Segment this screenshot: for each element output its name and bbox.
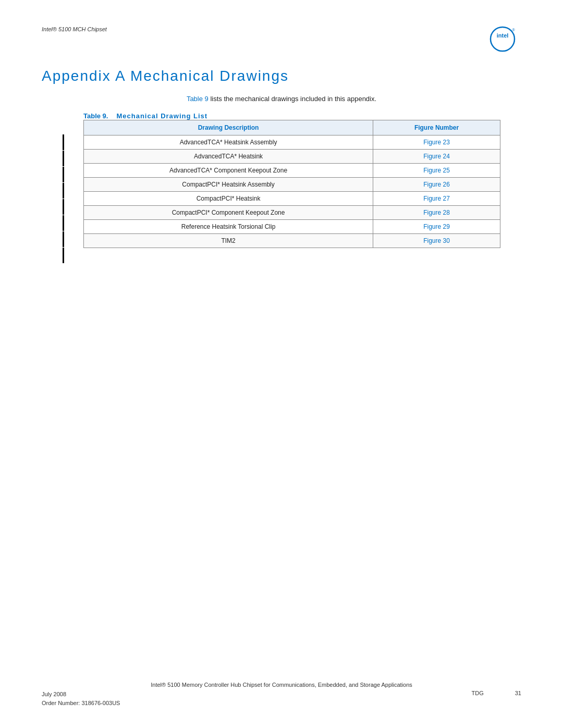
footer-bottom-row: July 2008 Order Number: 318676-003US TDG… (42, 690, 521, 707)
footer-left: July 2008 Order Number: 318676-003US (42, 690, 120, 707)
table-row: AdvancedTCA* HeatsinkFigure 24 (84, 150, 500, 164)
table-title-row: Table 9. Mechanical Drawing List (83, 112, 521, 120)
table-row: Reference Heatsink Torsional ClipFigure … (84, 220, 500, 234)
svg-text:®: ® (512, 28, 515, 32)
footer-tdg: TDG (472, 690, 484, 696)
col-header-figure: Figure Number (373, 120, 500, 135)
page-footer: Intel® 5100 Memory Controller Hub Chipse… (42, 682, 521, 707)
table-row: AdvancedTCA* Heatsink AssemblyFigure 23 (84, 135, 500, 150)
change-bar-2 (63, 151, 64, 166)
change-bar-1 (63, 134, 64, 150)
intel-logo-icon: intel ® (484, 26, 521, 52)
cell-figure[interactable]: Figure 29 (373, 220, 500, 234)
cell-description: AdvancedTCA* Heatsink (84, 150, 373, 164)
change-bar-4 (63, 183, 64, 199)
cell-description: AdvancedTCA* Component Keepout Zone (84, 164, 373, 178)
cell-figure[interactable]: Figure 26 (373, 178, 500, 192)
cell-figure[interactable]: Figure 28 (373, 206, 500, 220)
cell-figure[interactable]: Figure 24 (373, 150, 500, 164)
change-bars (63, 134, 64, 264)
appendix-title: Appendix A Mechanical Drawings (42, 68, 521, 84)
table-caption: Mechanical Drawing List (116, 112, 207, 120)
cell-figure[interactable]: Figure 30 (373, 234, 500, 248)
cell-description: TIM2 (84, 234, 373, 248)
table-wrapper: Drawing Description Figure Number Advanc… (83, 120, 500, 248)
table-row: TIM2Figure 30 (84, 234, 500, 248)
col-header-description: Drawing Description (84, 120, 373, 135)
change-bar-8 (63, 248, 64, 263)
table-label: Table 9. (83, 112, 108, 120)
footer-date: July 2008 (42, 690, 120, 699)
cell-description: CompactPCI* Component Keepout Zone (84, 206, 373, 220)
page: Intel® 5100 MCH Chipset intel ® Appendix… (0, 0, 563, 728)
change-bar-5 (63, 199, 64, 215)
table-row: CompactPCI* HeatsinkFigure 27 (84, 192, 500, 206)
table-row: CompactPCI* Component Keepout ZoneFigure… (84, 206, 500, 220)
mechanical-drawings-table: Drawing Description Figure Number Advanc… (83, 120, 500, 248)
table-row: AdvancedTCA* Component Keepout ZoneFigur… (84, 164, 500, 178)
cell-figure[interactable]: Figure 25 (373, 164, 500, 178)
svg-point-0 (491, 27, 515, 51)
intro-suffix: lists the mechanical drawings included i… (209, 95, 376, 103)
change-bar-3 (63, 167, 64, 182)
intro-paragraph: Table 9 lists the mechanical drawings in… (42, 95, 521, 103)
footer-right-group: TDG 31 (472, 690, 521, 696)
cell-description: Reference Heatsink Torsional Clip (84, 220, 373, 234)
header-subtitle: Intel® 5100 MCH Chipset (42, 26, 107, 32)
table-reference-link[interactable]: Table 9 (187, 95, 209, 103)
cell-description: CompactPCI* Heatsink Assembly (84, 178, 373, 192)
table-row: CompactPCI* Heatsink AssemblyFigure 26 (84, 178, 500, 192)
change-bar-6 (63, 215, 64, 231)
cell-figure[interactable]: Figure 27 (373, 192, 500, 206)
footer-main-text: Intel® 5100 Memory Controller Hub Chipse… (42, 682, 521, 688)
cell-figure[interactable]: Figure 23 (373, 135, 500, 150)
footer-order-number: Order Number: 318676-003US (42, 699, 120, 708)
cell-description: CompactPCI* Heatsink (84, 192, 373, 206)
cell-description: AdvancedTCA* Heatsink Assembly (84, 135, 373, 150)
change-bar-7 (63, 231, 64, 247)
table-header-row: Drawing Description Figure Number (84, 120, 500, 135)
footer-page-number: 31 (515, 690, 521, 696)
page-header: Intel® 5100 MCH Chipset intel ® (42, 26, 521, 52)
svg-text:intel: intel (497, 32, 509, 39)
